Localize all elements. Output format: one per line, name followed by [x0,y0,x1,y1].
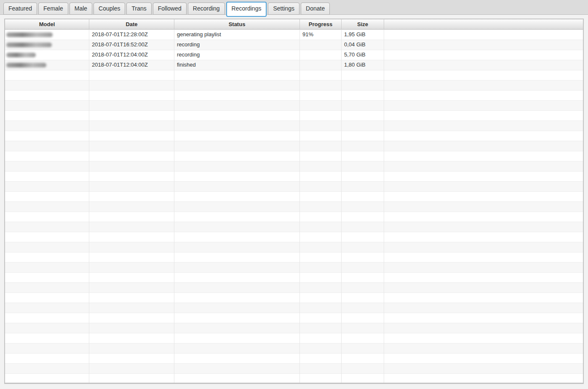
cell-size: 1,80 GiB [342,60,384,70]
tab-trans[interactable]: Trans [126,3,151,15]
empty-cell [342,131,384,141]
empty-cell [89,171,174,181]
empty-cell [89,272,174,282]
empty-cell [300,171,342,181]
table-row[interactable]: 2018-07-01T16:52:00Zrecording0,04 GiB [5,40,583,50]
tab-donate[interactable]: Donate [301,3,330,15]
empty-cell [342,110,384,121]
empty-cell [89,242,174,252]
redacted-model-name [6,43,52,47]
cell-date: 2018-07-01T12:04:00Z [89,60,174,70]
column-header-model[interactable]: Model [5,19,89,29]
empty-cell [89,252,174,262]
column-header-size[interactable]: Size [342,19,384,29]
empty-cell [384,212,583,222]
empty-cell [89,363,174,373]
empty-cell [342,343,384,353]
column-header-date[interactable]: Date [89,19,174,29]
empty-cell [342,222,384,232]
tab-female[interactable]: Female [38,3,68,15]
empty-cell [89,353,174,363]
cell-filler [384,30,583,40]
empty-cell [5,282,89,292]
empty-cell [342,232,384,242]
empty-cell [342,171,384,181]
empty-row [5,323,583,333]
empty-cell [384,201,583,212]
empty-cell [5,80,89,90]
empty-cell [174,90,300,100]
empty-cell [384,181,583,191]
empty-cell [342,313,384,323]
empty-cell [384,353,583,363]
empty-cell [300,252,342,262]
empty-cell [300,80,342,90]
column-header-progress[interactable]: Progress [300,19,342,29]
empty-row [5,191,583,201]
empty-cell [5,212,89,222]
empty-cell [342,323,384,333]
empty-row [5,70,583,80]
empty-row [5,80,583,90]
tab-featured[interactable]: Featured [3,3,37,15]
empty-cell [89,222,174,232]
table-body: 2018-07-01T12:28:00Zgenerating playlist9… [5,30,583,384]
empty-row [5,353,583,363]
cell-size: 0,04 GiB [342,40,384,50]
cell-progress [300,40,342,50]
empty-cell [5,121,89,131]
empty-cell [384,333,583,343]
cell-model [5,40,89,50]
empty-cell [342,373,384,384]
empty-cell [174,373,300,384]
empty-cell [300,232,342,242]
empty-cell [384,303,583,313]
empty-cell [300,151,342,161]
empty-cell [342,353,384,363]
empty-row [5,131,583,141]
empty-cell [300,333,342,343]
tab-settings[interactable]: Settings [268,3,299,15]
empty-cell [174,100,300,110]
cell-progress: 91% [300,30,342,40]
column-header-status[interactable]: Status [174,19,300,29]
tab-recordings[interactable]: Recordings [226,2,267,17]
empty-cell [300,121,342,131]
empty-cell [5,90,89,100]
empty-cell [300,313,342,323]
empty-cell [5,181,89,191]
empty-cell [89,110,174,121]
tab-male[interactable]: Male [69,3,92,15]
cell-date: 2018-07-01T12:28:00Z [89,30,174,40]
empty-cell [300,161,342,171]
empty-cell [89,90,174,100]
empty-cell [89,313,174,323]
empty-cell [384,373,583,384]
empty-row [5,151,583,161]
tab-recording[interactable]: Recording [188,3,225,15]
empty-cell [5,201,89,212]
empty-row [5,373,583,384]
empty-cell [300,212,342,222]
empty-cell [174,262,300,272]
empty-row [5,171,583,181]
empty-cell [89,181,174,191]
empty-cell [5,252,89,262]
empty-cell [384,292,583,303]
table-row[interactable]: 2018-07-01T12:04:00Zrecording5,70 GiB [5,50,583,60]
empty-row [5,161,583,171]
table-row[interactable]: 2018-07-01T12:28:00Zgenerating playlist9… [5,30,583,40]
empty-cell [5,303,89,313]
cell-model [5,60,89,70]
tab-followed[interactable]: Followed [153,3,187,15]
empty-cell [174,212,300,222]
empty-cell [300,292,342,303]
table-row[interactable]: 2018-07-01T12:04:00Zfinished1,80 GiB [5,60,583,70]
empty-cell [300,303,342,313]
empty-cell [5,323,89,333]
empty-row [5,242,583,252]
cell-filler [384,60,583,70]
empty-cell [5,171,89,181]
empty-cell [174,171,300,181]
tab-couples[interactable]: Couples [94,3,125,15]
